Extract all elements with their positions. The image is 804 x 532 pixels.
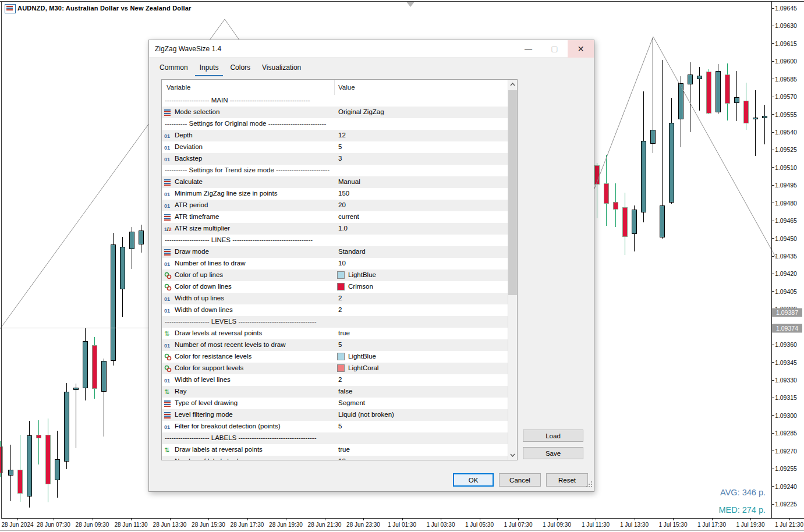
separator-row[interactable]: -------------------- LEVELS ------------… (162, 316, 508, 328)
parameter-value[interactable]: 20 (338, 201, 346, 208)
parameter-row[interactable]: ATR timeframecurrent (162, 211, 508, 223)
parameter-row[interactable]: 01Width of up lines2 (162, 293, 508, 304)
parameter-value[interactable]: Manual (338, 178, 360, 185)
parameter-value[interactable]: Segment (338, 399, 365, 406)
parameter-row[interactable]: Type of level drawingSegment (162, 398, 508, 409)
tab-common[interactable]: Common (155, 61, 193, 75)
parameter-row[interactable]: ⇅Draw labels at reversal pointstrue (162, 444, 508, 456)
price-tick (771, 256, 774, 257)
cancel-button[interactable]: Cancel (499, 473, 541, 487)
table-scrollbar[interactable] (508, 80, 517, 460)
zigzag-line (585, 37, 776, 258)
parameter-value[interactable]: 1.0 (338, 225, 348, 232)
parameter-value[interactable]: Crimson (348, 283, 373, 290)
parameter-name: Width of up lines (175, 295, 224, 302)
scrollbar-up-arrow-icon[interactable] (508, 80, 517, 89)
parameter-row[interactable]: 01Backstep3 (162, 153, 508, 165)
candlestick (64, 392, 69, 462)
time-tick (325, 518, 325, 520)
maximize-button[interactable]: ▢ (541, 40, 568, 58)
price-tick (771, 362, 774, 363)
parameter-value[interactable]: current (338, 213, 359, 220)
parameter-row[interactable]: Color for support levelsLightCoral (162, 363, 508, 374)
parameter-value[interactable]: true (338, 329, 350, 336)
scrollbar-thumb[interactable] (508, 90, 517, 295)
parameter-row[interactable]: 01Depth12 (162, 130, 508, 141)
parameter-value[interactable]: Standard (338, 248, 366, 255)
price-axis-label: 1.09480 (775, 200, 797, 207)
parameter-row[interactable]: Level filtering modeLiquid (not broken) (162, 409, 508, 421)
price-axis-label: 1.09555 (775, 111, 797, 118)
parameter-name: Draw levels at reversal points (175, 329, 262, 336)
parameter-row[interactable]: 01Number of labels to draw10 (162, 456, 508, 460)
load-button[interactable]: Load (523, 430, 583, 442)
parameter-value[interactable]: true (338, 446, 350, 453)
ok-button[interactable]: OK (453, 473, 494, 487)
parameter-value[interactable]: LightBlue (348, 271, 376, 278)
parameter-row[interactable]: 01Number of most recent levels to draw5 (162, 339, 508, 351)
parameter-row[interactable]: 01Minimum ZigZag line size in points150 (162, 188, 508, 200)
parameter-row[interactable]: 1/2ATR size multiplier1.0 (162, 223, 508, 235)
separator-row[interactable]: ---------- Settings for Original mode --… (162, 118, 508, 130)
parameter-value[interactable]: 3 (338, 155, 342, 162)
parameter-row[interactable]: ⇅Draw levels at reversal pointstrue (162, 328, 508, 339)
save-button[interactable]: Save (523, 447, 583, 459)
boolean-icon: ⇅ (164, 388, 172, 395)
integer-icon: 01 (164, 342, 172, 349)
color-icon (164, 353, 172, 360)
parameter-value[interactable]: 2 (338, 306, 342, 313)
candle-wick (764, 105, 765, 144)
parameter-value[interactable]: 5 (338, 341, 342, 348)
price-tick (771, 185, 774, 186)
price-tick (771, 79, 774, 79)
scrollbar-down-arrow-icon[interactable] (508, 451, 517, 460)
reset-button[interactable]: Reset (546, 473, 588, 487)
tab-colors[interactable]: Colors (225, 61, 255, 75)
chart-shift-marker-icon[interactable] (406, 2, 415, 7)
parameter-value[interactable]: 2 (338, 295, 342, 302)
parameter-value[interactable]: 12 (338, 132, 346, 139)
parameter-value[interactable]: Original ZigZag (338, 108, 384, 115)
parameter-value[interactable]: 5 (338, 143, 342, 150)
separator-row[interactable]: ---------- Settings for Trend size mode … (162, 165, 508, 176)
price-axis-label: 1.09360 (775, 341, 797, 348)
parameter-value[interactable]: 2 (338, 376, 342, 383)
candlestick (27, 435, 32, 496)
parameter-value[interactable]: false (338, 388, 352, 395)
parameter-value[interactable]: LightCoral (348, 364, 378, 371)
integer-icon: 01 (164, 155, 172, 162)
parameter-value[interactable]: Liquid (not broken) (338, 411, 394, 418)
parameter-row[interactable]: 01Width of level lines2 (162, 374, 508, 386)
minimize-button[interactable]: — (515, 40, 541, 58)
parameter-row[interactable]: 01Width of down lines2 (162, 304, 508, 316)
tab-inputs[interactable]: Inputs (195, 61, 224, 76)
parameter-value[interactable]: 150 (338, 190, 349, 197)
parameter-row[interactable]: Color of down linesCrimson (162, 281, 508, 293)
candlestick (734, 97, 739, 103)
parameter-row[interactable]: Mode selectionOriginal ZigZag (162, 107, 508, 118)
parameter-row[interactable]: CalculateManual (162, 176, 508, 188)
dialog-titlebar[interactable]: ZigZag WaveSize 1.4 — ▢ ✕ (149, 40, 594, 58)
parameter-row[interactable]: 01Number of lines to draw10 (162, 258, 508, 269)
parameter-value[interactable]: 5 (338, 423, 342, 430)
price-tick (771, 398, 774, 398)
parameter-value[interactable]: LightBlue (348, 353, 376, 360)
color-icon (164, 272, 172, 279)
parameter-name: Draw mode (175, 248, 209, 255)
separator-row[interactable]: -------------------- MAIN --------------… (162, 95, 508, 107)
tab-visualization[interactable]: Visualization (257, 61, 306, 75)
parameter-value[interactable]: 10 (338, 260, 346, 267)
parameter-row[interactable]: Color for resistance levelsLightBlue (162, 351, 508, 363)
resize-grip[interactable] (586, 481, 593, 488)
parameter-row[interactable]: 01ATR period20 (162, 200, 508, 211)
parameter-row[interactable]: 01Filter for breakout detection (points)… (162, 421, 508, 432)
parameter-value[interactable]: 10 (338, 457, 346, 460)
close-button[interactable]: ✕ (568, 40, 594, 58)
candlestick (83, 341, 88, 388)
separator-row[interactable]: -------------------- LABELS ------------… (162, 432, 508, 444)
parameter-row[interactable]: Draw modeStandard (162, 246, 508, 258)
parameter-row[interactable]: Color of up linesLightBlue (162, 269, 508, 281)
parameter-row[interactable]: 01Deviation5 (162, 141, 508, 153)
parameter-row[interactable]: ⇅Rayfalse (162, 386, 508, 398)
separator-row[interactable]: -------------------- LINES -------------… (162, 235, 508, 246)
